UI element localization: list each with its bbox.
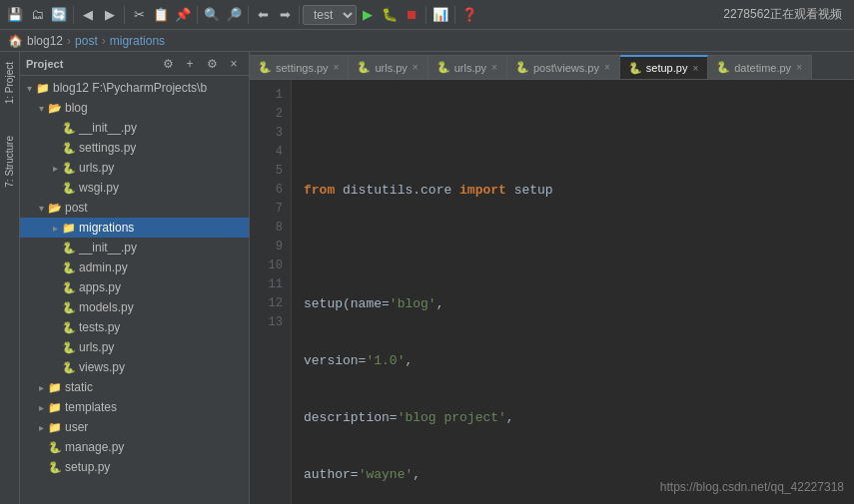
tree-arrow-blog: ▾ [34,103,48,114]
sep1 [73,6,74,24]
tab-bar: 🐍 settings.py × 🐍 urls.py × 🐍 urls.py × … [250,52,854,80]
toolbar-btn-debug[interactable]: 🐛 [379,4,401,26]
tree-blog-urls[interactable]: ▸ 🐍 urls.py [20,158,249,178]
tree-post[interactable]: ▾ 📂 post [20,198,249,218]
tab-label-urls1: urls.py [375,62,407,74]
tree-user[interactable]: ▸ 📁 user [20,417,249,437]
code-line-1 [304,124,854,143]
breadcrumb-blog12[interactable]: blog12 [27,34,63,48]
tree-post-tests[interactable]: 🐍 tests.py [20,317,249,337]
linenum-7: 7 [250,200,283,219]
tree-label-manage: manage.py [65,440,124,454]
tree-setup[interactable]: 🐍 setup.py [20,457,249,477]
panel-btn-settings[interactable]: ⚙ [203,55,221,73]
sep5 [299,6,300,24]
sep3 [197,6,198,24]
tree-blog[interactable]: ▾ 📂 blog [20,98,249,118]
run-config-select[interactable]: test [303,5,357,25]
code-line-4: setup(name='blog', [304,294,854,313]
project-label: Project [26,58,155,70]
code-line-3 [304,238,854,256]
toolbar-btn-forward[interactable]: ▶ [99,4,121,26]
tree-manage[interactable]: 🐍 manage.py [20,437,249,457]
tab-icon-settings: 🐍 [258,61,272,74]
tree-root[interactable]: ▾ 📁 blog12 F:\PycharmProjects\b [20,78,249,98]
linenum-12: 12 [250,294,283,313]
linenum-4: 4 [250,143,283,162]
tree-label-blog-wsgi: wsgi.py [79,181,119,195]
toolbar-btn-save2[interactable]: 🗂 [26,4,48,26]
breadcrumb-sep1: › [67,34,71,48]
tab-close-setup[interactable]: × [691,63,699,74]
tree-post-urls[interactable]: 🐍 urls.py [20,337,249,357]
tree-post-init[interactable]: 🐍 __init__.py [20,238,249,257]
tab-settings[interactable]: 🐍 settings.py × [250,55,349,79]
tree-label-user: user [65,420,88,434]
toolbar-btn-back[interactable]: ◀ [77,4,99,26]
file-icon-post-init: 🐍 [62,242,76,254]
tab-label-datetime: datetime.py [734,62,791,74]
code-content[interactable]: from distutils.core import setup setup(n… [292,80,854,504]
folder-icon-templates: 📁 [48,401,62,414]
tab-urls2[interactable]: 🐍 urls.py × [428,55,507,79]
tree-post-admin[interactable]: 🐍 admin.py [20,257,249,277]
tree-blog-init[interactable]: 🐍 __init__.py [20,118,249,138]
toolbar-btn-coverage[interactable]: 📊 [429,4,451,26]
tree-arrow-post: ▾ [34,203,48,214]
file-icon-views: 🐍 [62,361,76,374]
tab-datetime[interactable]: 🐍 datetime.py × [708,55,812,79]
main-layout: 1: Project 7: Structure Project ⚙ + ⚙ × … [0,52,854,504]
toolbar-btn-find2[interactable]: 🔎 [223,4,245,26]
tree-blog-wsgi[interactable]: 🐍 wsgi.py [20,178,249,198]
tree-label-tests: tests.py [79,320,120,334]
project-panel: Project ⚙ + ⚙ × ▾ 📁 blog12 F:\PycharmPro… [20,52,250,504]
toolbar-btn-copy[interactable]: 📋 [150,4,172,26]
toolbar-btn-nav1[interactable]: ⬅ [252,4,274,26]
tab-setup[interactable]: 🐍 setup.py × [620,55,708,79]
toolbar-btn-cut[interactable]: ✂ [128,4,150,26]
panel-btn-gear[interactable]: ⚙ [159,55,177,73]
code-editor[interactable]: 1 2 3 4 5 6 7 8 9 10 11 12 13 from distu… [250,80,854,504]
tree-label-post: post [65,201,88,215]
side-tabs: 1: Project 7: Structure [0,52,20,504]
toolbar-title: 2278562正在观看视频 [723,6,842,23]
tree-label-blog-settings: settings.py [79,141,136,155]
file-icon-apps: 🐍 [62,281,76,294]
sep7 [454,6,455,24]
folder-icon-static: 📁 [48,381,62,394]
file-icon-urls: 🐍 [62,162,76,175]
tab-close-views[interactable]: × [603,62,611,73]
toolbar-btn-find[interactable]: 🔍 [201,4,223,26]
tree-migrations[interactable]: ▸ 📁 migrations [20,218,249,238]
tree-post-views[interactable]: 🐍 views.py [20,357,249,377]
tab-urls1[interactable]: 🐍 urls.py × [349,55,427,79]
tree-static[interactable]: ▸ 📁 static [20,377,249,397]
panel-btn-plus[interactable]: + [181,55,199,73]
tab-close-urls2[interactable]: × [490,62,498,73]
breadcrumb-post[interactable]: post [75,34,98,48]
toolbar-btn-run[interactable]: ▶ [357,4,379,26]
toolbar-btn-paste[interactable]: 📌 [172,4,194,26]
breadcrumb-migrations[interactable]: migrations [110,34,165,48]
panel-btn-close[interactable]: × [225,55,243,73]
toolbar-btn-save[interactable]: 💾 [4,4,26,26]
tab-close-datetime[interactable]: × [795,62,803,73]
toolbar-btn-sync[interactable]: 🔄 [48,4,70,26]
toolbar-btn-help[interactable]: ❓ [458,4,480,26]
tree-templates[interactable]: ▸ 📁 templates [20,397,249,417]
file-icon-init: 🐍 [62,122,76,135]
side-tab-project[interactable]: 1: Project [2,56,17,110]
file-icon-admin: 🐍 [62,261,76,274]
tree-label-models: models.py [79,300,134,314]
tab-close-settings[interactable]: × [333,62,341,73]
tab-close-urls1[interactable]: × [412,62,420,73]
tree-blog-settings[interactable]: 🐍 settings.py [20,138,249,158]
tree-post-models[interactable]: 🐍 models.py [20,297,249,317]
tab-views[interactable]: 🐍 post\views.py × [507,55,620,79]
side-tab-structure[interactable]: 7: Structure [2,130,17,194]
toolbar-btn-nav2[interactable]: ➡ [274,4,296,26]
tree-post-apps[interactable]: 🐍 apps.py [20,277,249,297]
tree-label-blog-init: __init__.py [79,121,137,135]
file-tree: ▾ 📁 blog12 F:\PycharmProjects\b ▾ 📂 blog… [20,76,249,504]
toolbar-btn-stop[interactable]: ⏹ [401,4,423,26]
